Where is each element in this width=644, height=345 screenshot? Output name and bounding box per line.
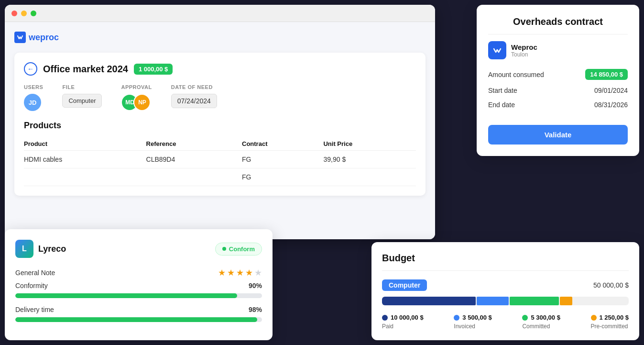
lyreco-card: L Lyreco Conform General Note ★ ★ ★ ★ ★ … <box>5 229 273 340</box>
start-date-row: Start date 09/01/2024 <box>488 87 628 94</box>
browser-window: weproc ← Office market 2024 1 000,00 $ U… <box>5 5 435 239</box>
overheads-panel: Overheads contract Weproc Toulon Amount … <box>477 5 639 156</box>
start-date-value: 09/01/2024 <box>594 87 628 94</box>
conformity-value: 90% <box>249 282 262 289</box>
amount-consumed-value: 14 850,00 $ <box>585 69 628 80</box>
star-3: ★ <box>236 267 244 278</box>
lyreco-logo: L <box>15 240 33 258</box>
product-name-2 <box>24 168 146 186</box>
users-label: USERS <box>24 84 43 90</box>
end-date-label: End date <box>488 101 515 109</box>
dot-committed <box>522 315 528 321</box>
table-row: HDMI cables CLB89D4 FG 39,90 $ <box>24 151 416 168</box>
legend-precommitted: 1 250,00 $ Pre-committed <box>591 314 629 330</box>
vendor-row: Weproc Toulon <box>488 41 628 59</box>
meta-col-approval: APPROVAL MD NP <box>121 84 152 111</box>
lyreco-name: Lyreco <box>38 244 66 254</box>
product-ref-2 <box>146 168 242 186</box>
table-row: FG <box>24 168 416 186</box>
back-icon: ← <box>27 65 34 73</box>
page-title: Office market 2024 <box>43 64 128 75</box>
start-date-label: Start date <box>488 87 517 94</box>
product-contract-2: FG <box>242 168 323 186</box>
amount-consumed-row: Amount consumed 14 850,00 $ <box>488 69 628 80</box>
validate-button[interactable]: Validate <box>488 125 628 145</box>
conform-label: Conform <box>229 245 255 253</box>
bar-invoiced <box>477 297 509 305</box>
conform-badge: Conform <box>215 243 262 256</box>
category-tag: Computer <box>382 279 427 291</box>
dot-paid <box>382 315 388 321</box>
product-name: HDMI cables <box>24 151 146 168</box>
vendor-info: Weproc Toulon <box>511 43 537 58</box>
budget-card: Budget Computer 50 000,00 $ 10 000,00 $ … <box>371 242 639 340</box>
meta-col-users: USERS JD <box>24 84 43 111</box>
delivery-value: 98% <box>249 306 262 313</box>
approval-label: APPROVAL <box>121 84 152 90</box>
legend-paid-amount: 10 000,00 $ <box>391 314 424 321</box>
conformity-label: Conformity <box>15 282 48 289</box>
dot-invoiced <box>454 315 459 321</box>
star-1: ★ <box>218 267 226 278</box>
date-label: DATE OF NEED <box>171 84 217 90</box>
app-header: weproc <box>14 32 426 43</box>
browser-content: weproc ← Office market 2024 1 000,00 $ U… <box>5 22 435 239</box>
bar-precommitted <box>560 297 572 305</box>
budget-header-row: Computer 50 000,00 $ <box>382 279 629 291</box>
vendor-icon <box>488 41 506 59</box>
budget-bar <box>382 297 629 305</box>
budget-badge: 1 000,00 $ <box>134 64 173 75</box>
conformity-bar-fill <box>15 293 237 298</box>
bar-paid <box>382 297 476 305</box>
col-contract: Contract <box>242 137 323 151</box>
vendor-location: Toulon <box>511 51 537 58</box>
approval-avatars: MD NP <box>121 94 152 111</box>
file-label: FILE <box>62 84 102 90</box>
legend-invoiced: 3 500,00 $ Invoiced <box>454 314 491 330</box>
stars-display: ★ ★ ★ ★ ★ <box>218 267 262 278</box>
end-date-row: End date 08/31/2026 <box>488 101 628 109</box>
approval-avatar-np: NP <box>133 94 151 111</box>
maximize-button[interactable] <box>31 11 36 16</box>
star-4: ★ <box>245 267 253 278</box>
col-reference: Reference <box>146 137 242 151</box>
product-price: 39,90 $ <box>323 151 416 168</box>
budget-title: Budget <box>382 253 629 271</box>
product-price-2 <box>323 168 416 186</box>
conform-dot <box>222 247 226 251</box>
delivery-bar-fill <box>15 317 257 322</box>
amount-consumed-label: Amount consumed <box>488 71 544 78</box>
minimize-button[interactable] <box>21 11 27 16</box>
legend-invoiced-amount: 3 500,00 $ <box>462 314 491 321</box>
legend-committed-amount: 5 300,00 $ <box>531 314 560 321</box>
legend-row: 10 000,00 $ Paid 3 500,00 $ Invoiced 5 3… <box>382 314 629 330</box>
back-button[interactable]: ← <box>24 62 37 76</box>
product-contract: FG <box>242 151 323 168</box>
weproc-logo: weproc <box>14 32 59 43</box>
overheads-title: Overheads contract <box>488 16 628 34</box>
browser-titlebar <box>5 5 435 22</box>
legend-paid: 10 000,00 $ Paid <box>382 314 424 330</box>
col-product: Product <box>24 137 146 151</box>
weproc-icon <box>14 32 26 43</box>
legend-precommitted-amount: 1 250,00 $ <box>600 314 629 321</box>
col-unit-price: Unit Price <box>323 137 416 151</box>
lyreco-brand: L Lyreco <box>15 240 66 258</box>
vendor-name: Weproc <box>511 43 537 51</box>
legend-committed: 5 300,00 $ Committed <box>522 314 560 330</box>
star-2: ★ <box>227 267 235 278</box>
meta-col-file: FILE Computer <box>62 84 102 108</box>
card-header: ← Office market 2024 1 000,00 $ <box>24 62 416 76</box>
products-section: Products Product Reference Contract Unit… <box>24 121 416 186</box>
star-5: ★ <box>254 267 262 278</box>
dot-precommitted <box>591 315 597 321</box>
meta-row: USERS JD FILE Computer APPROVAL MD NP DA… <box>24 84 416 111</box>
general-note-label: General Note <box>15 269 55 277</box>
legend-committed-label: Committed <box>522 323 550 330</box>
bar-committed <box>510 297 559 305</box>
delivery-bar-track <box>15 317 262 322</box>
main-card: ← Office market 2024 1 000,00 $ USERS JD… <box>14 53 426 196</box>
close-button[interactable] <box>11 11 17 16</box>
lyreco-header: L Lyreco Conform <box>15 240 262 258</box>
delivery-row: Delivery time 98% <box>15 306 262 313</box>
